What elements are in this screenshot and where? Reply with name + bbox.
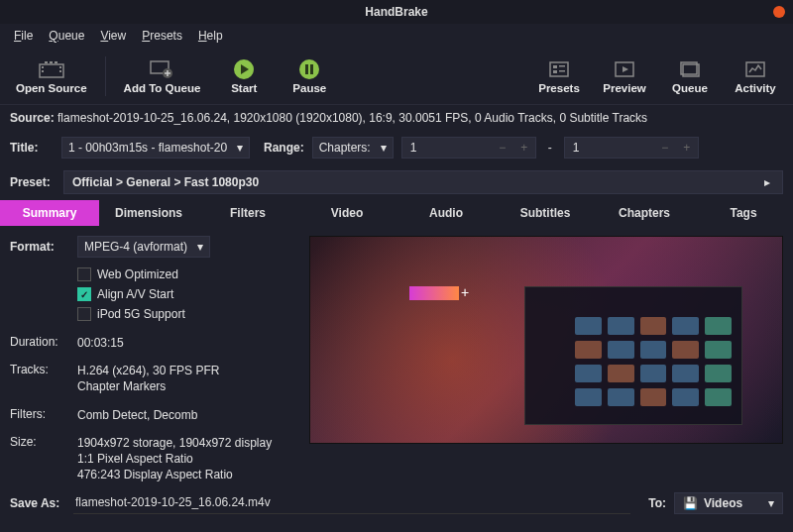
- menu-presets[interactable]: Presets: [136, 27, 188, 45]
- tracks-label: Tracks:: [10, 363, 77, 394]
- svg-rect-1: [42, 66, 44, 68]
- source-info: Source: flameshot-2019-10-25_16.06.24, 1…: [0, 105, 793, 131]
- close-button[interactable]: [773, 6, 785, 18]
- menu-help[interactable]: Help: [192, 27, 229, 45]
- arrow-right-icon: ▸: [764, 175, 774, 189]
- tab-tags[interactable]: Tags: [694, 200, 793, 226]
- tab-bar: Summary Dimensions Filters Video Audio S…: [0, 200, 793, 226]
- range-type-select[interactable]: Chapters: ▾: [312, 137, 394, 159]
- title-row: Title: 1 - 00h03m15s - flameshot-2019-..…: [0, 131, 793, 164]
- queue-icon: [676, 58, 704, 80]
- save-as-label: Save As:: [10, 496, 65, 510]
- destination-value: Videos: [704, 496, 742, 510]
- align-av-checkbox[interactable]: ✓ Align A/V Start: [77, 287, 297, 301]
- tracks-value: H.264 (x264), 30 FPS PFR Chapter Markers: [77, 363, 297, 394]
- queue-label: Queue: [672, 82, 708, 94]
- film-icon: [38, 58, 65, 80]
- format-select[interactable]: MPEG-4 (avformat) ▾: [77, 236, 210, 258]
- to-label: To:: [648, 496, 666, 510]
- open-source-button[interactable]: Open Source: [6, 54, 97, 98]
- save-row: Save As: To: 💾 Videos ▾: [0, 485, 793, 520]
- minus-icon[interactable]: −: [654, 141, 676, 155]
- pause-button[interactable]: Pause: [278, 54, 341, 98]
- preset-value: Official > General > Fast 1080p30: [72, 175, 259, 189]
- menu-file[interactable]: File: [8, 27, 39, 45]
- format-label: Format:: [10, 240, 67, 254]
- title-value: 1 - 00h03m15s - flameshot-2019-...: [68, 141, 227, 155]
- chevron-down-icon: ▾: [197, 240, 203, 254]
- tab-dimensions[interactable]: Dimensions: [99, 200, 198, 226]
- presets-label: Presets: [538, 82, 580, 94]
- svg-rect-4: [59, 70, 61, 72]
- web-optimized-checkbox[interactable]: Web Optimized: [77, 267, 297, 281]
- start-label: Start: [231, 82, 257, 94]
- svg-rect-2: [42, 70, 44, 72]
- save-as-input[interactable]: [73, 491, 630, 514]
- svg-rect-12: [553, 65, 557, 68]
- window-title: HandBrake: [365, 5, 427, 19]
- disk-icon: 💾: [683, 496, 698, 510]
- range-from-value: 1: [402, 141, 492, 155]
- size-value: 1904x972 storage, 1904x972 display 1:1 P…: [77, 435, 297, 483]
- preset-select[interactable]: Official > General > Fast 1080p30 ▸: [63, 170, 783, 194]
- activity-label: Activity: [735, 82, 776, 94]
- add-queue-icon: [148, 58, 175, 80]
- duration-label: Duration:: [10, 335, 77, 351]
- filters-value: Comb Detect, Decomb: [77, 407, 297, 423]
- svg-rect-15: [559, 70, 565, 72]
- minus-icon[interactable]: −: [492, 141, 513, 155]
- presets-button[interactable]: Presets: [527, 54, 591, 98]
- summary-panel: Format: MPEG-4 (avformat) ▾ Web Optimize…: [0, 226, 793, 498]
- pause-label: Pause: [292, 82, 326, 94]
- add-to-queue-button[interactable]: Add To Queue: [114, 54, 211, 98]
- plus-icon[interactable]: +: [676, 141, 698, 155]
- range-to-value: 1: [565, 141, 654, 155]
- range-dash: -: [544, 141, 556, 155]
- format-value: MPEG-4 (avformat): [84, 240, 187, 254]
- menu-view[interactable]: View: [94, 27, 132, 45]
- preview-icon: [611, 58, 638, 80]
- svg-rect-13: [553, 70, 557, 73]
- add-to-queue-label: Add To Queue: [124, 82, 201, 94]
- toolbar: Open Source Add To Queue Start Pause Pre…: [0, 48, 793, 105]
- tab-summary[interactable]: Summary: [0, 200, 99, 226]
- range-to-stepper[interactable]: 1 − +: [564, 137, 699, 159]
- tab-video[interactable]: Video: [297, 200, 396, 226]
- duration-value: 00:03:15: [77, 335, 297, 351]
- video-preview: +: [309, 236, 783, 444]
- tab-chapters[interactable]: Chapters: [595, 200, 694, 226]
- svg-rect-10: [310, 64, 313, 74]
- tab-filters[interactable]: Filters: [198, 200, 297, 226]
- plus-icon[interactable]: +: [513, 141, 535, 155]
- svg-point-8: [299, 59, 319, 79]
- menu-queue[interactable]: Queue: [43, 27, 90, 45]
- range-type-value: Chapters:: [319, 141, 371, 155]
- activity-icon: [741, 58, 769, 80]
- play-icon: [230, 58, 258, 80]
- destination-select[interactable]: 💾 Videos ▾: [674, 492, 783, 514]
- chevron-down-icon: ▾: [237, 141, 243, 155]
- separator: [105, 56, 106, 96]
- checkbox-checked-icon: ✓: [77, 287, 91, 301]
- presets-icon: [545, 58, 573, 80]
- queue-button[interactable]: Queue: [658, 54, 722, 98]
- ipod-checkbox[interactable]: iPod 5G Support: [77, 307, 297, 321]
- start-button[interactable]: Start: [212, 54, 276, 98]
- checkbox-icon: [77, 267, 91, 281]
- title-select[interactable]: 1 - 00h03m15s - flameshot-2019-... ▾: [61, 137, 250, 159]
- range-label: Range:: [264, 141, 304, 155]
- preset-label: Preset:: [10, 175, 54, 189]
- align-av-label: Align A/V Start: [97, 287, 173, 301]
- preset-row: Preset: Official > General > Fast 1080p3…: [0, 164, 793, 200]
- menubar: File Queue View Presets Help: [0, 24, 793, 48]
- size-label: Size:: [10, 435, 77, 483]
- preview-button[interactable]: Preview: [593, 54, 656, 98]
- source-value: flameshot-2019-10-25_16.06.24, 1920x1080…: [57, 111, 647, 125]
- tab-subtitles[interactable]: Subtitles: [496, 200, 595, 226]
- open-source-label: Open Source: [16, 82, 87, 94]
- range-from-stepper[interactable]: 1 − +: [401, 137, 536, 159]
- chevron-down-icon: ▾: [381, 141, 387, 155]
- svg-rect-14: [559, 65, 565, 67]
- tab-audio[interactable]: Audio: [396, 200, 496, 226]
- activity-button[interactable]: Activity: [724, 54, 787, 98]
